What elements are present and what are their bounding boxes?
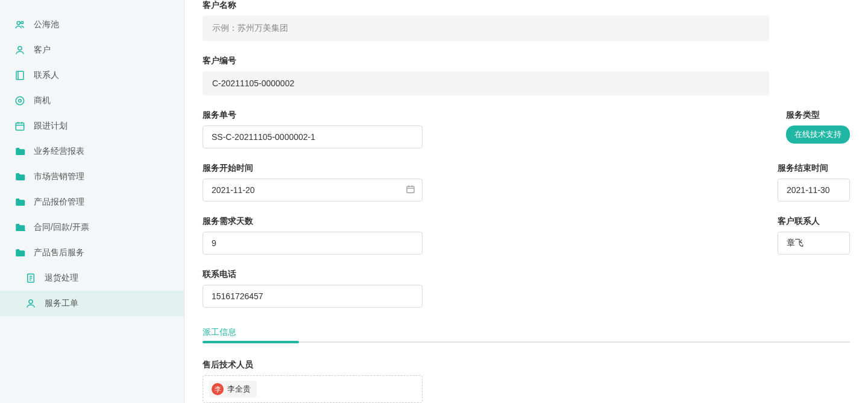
sidebar-item-label: 商机: [34, 95, 51, 106]
service-start-label: 服务开始时间: [203, 163, 778, 174]
sidebar-subitem-label: 服务工单: [45, 298, 78, 309]
folder-icon: [14, 171, 25, 182]
field-phone: 联系电话: [203, 269, 786, 308]
service-no-input[interactable]: [203, 125, 423, 148]
service-end-input[interactable]: [778, 179, 850, 202]
person-icon: [14, 45, 25, 56]
svg-rect-3: [16, 71, 24, 80]
calendar-icon: [14, 121, 25, 132]
sidebar-item-customer[interactable]: 客户: [0, 37, 184, 63]
field-service-end: 服务结束时间: [778, 163, 850, 202]
field-customer-no: 客户编号 C-20211105-0000002: [203, 56, 850, 95]
technician-name: 李全贵: [227, 384, 251, 395]
person-alt-icon: [25, 298, 36, 309]
svg-point-5: [16, 97, 24, 105]
sidebar-item-label: 合同/回款/开票: [34, 222, 89, 233]
sidebar-item-marketing[interactable]: 市场营销管理: [0, 164, 184, 189]
customer-no-value: C-20211105-0000002: [203, 71, 769, 95]
sidebar-item-label: 联系人: [34, 70, 59, 81]
customer-no-label: 客户编号: [203, 56, 850, 66]
main-content: 客户名称 示例：苏州万美集团 客户编号 C-20211105-0000002 服…: [184, 0, 868, 403]
sidebar-item-contacts[interactable]: 联系人: [0, 63, 184, 88]
folder-icon: [14, 222, 25, 233]
sidebar-subitem-label: 退货处理: [45, 273, 78, 284]
phone-input[interactable]: [203, 285, 423, 308]
svg-point-2: [18, 46, 22, 50]
sidebar-item-label: 市场营销管理: [34, 171, 84, 182]
field-service-no: 服务单号: [203, 110, 786, 148]
technician-selector[interactable]: 李 李全贵: [203, 375, 423, 403]
sidebar-item-label: 客户: [34, 45, 51, 56]
sidebar-item-label: 产品售后服务: [34, 247, 84, 258]
opportunity-icon: [14, 95, 25, 106]
customer-name-label: 客户名称: [203, 0, 850, 11]
technician-label: 售后技术人员: [203, 360, 850, 370]
sidebar-item-opportunity[interactable]: 商机: [0, 88, 184, 113]
service-type-label: 服务类型: [786, 110, 850, 121]
svg-point-6: [19, 100, 22, 103]
service-start-input[interactable]: [203, 179, 423, 202]
sidebar-item-quotation[interactable]: 产品报价管理: [0, 189, 184, 215]
field-service-type: 服务类型 在线技术支持: [786, 110, 850, 148]
service-no-label: 服务单号: [203, 110, 786, 121]
sidebar: 公海池 客户 联系人 商机 跟进计划: [0, 0, 184, 403]
folder-icon: [14, 146, 25, 157]
svg-point-15: [29, 300, 33, 303]
field-technician: 售后技术人员 李 李全贵: [203, 360, 850, 403]
sidebar-item-label: 跟进计划: [34, 121, 68, 132]
customer-contact-input[interactable]: [778, 232, 850, 255]
technician-chip[interactable]: 李 李全贵: [209, 381, 257, 398]
svg-rect-7: [16, 123, 24, 130]
phone-label: 联系电话: [203, 269, 786, 280]
app-root: 公海池 客户 联系人 商机 跟进计划: [0, 0, 868, 403]
service-type-tag[interactable]: 在线技术支持: [786, 125, 850, 144]
field-service-days: 服务需求天数: [203, 216, 778, 255]
service-end-label: 服务结束时间: [778, 163, 850, 174]
folder-icon: [14, 197, 25, 208]
sidebar-subitem-service-order[interactable]: 服务工单: [0, 291, 184, 316]
sidebar-item-business-reports[interactable]: 业务经营报表: [0, 139, 184, 164]
sidebar-subitem-return[interactable]: 退货处理: [0, 265, 184, 291]
service-days-label: 服务需求天数: [203, 216, 778, 227]
sidebar-item-label: 公海池: [34, 19, 59, 30]
sidebar-item-followup[interactable]: 跟进计划: [0, 113, 184, 139]
dispatch-section-header: 派工信息: [203, 327, 850, 343]
customer-contact-label: 客户联系人: [778, 216, 850, 227]
customer-name-value: 示例：苏州万美集团: [203, 16, 769, 41]
field-customer-name: 客户名称 示例：苏州万美集团: [203, 0, 850, 41]
avatar: 李: [212, 383, 224, 395]
doc-icon: [25, 273, 36, 284]
folder-icon: [14, 247, 25, 258]
service-days-input[interactable]: [203, 232, 423, 255]
sidebar-item-label: 产品报价管理: [34, 197, 84, 208]
people-icon: [14, 19, 25, 30]
field-customer-contact: 客户联系人: [778, 216, 850, 255]
sidebar-item-aftersale[interactable]: 产品售后服务: [0, 240, 184, 265]
svg-point-1: [21, 21, 24, 24]
sidebar-item-public-pool[interactable]: 公海池: [0, 12, 184, 37]
field-service-start: 服务开始时间: [203, 163, 778, 202]
contacts-icon: [14, 70, 25, 81]
svg-point-0: [17, 21, 20, 24]
sidebar-item-contract[interactable]: 合同/回款/开票: [0, 215, 184, 240]
sidebar-item-label: 业务经营报表: [34, 146, 84, 157]
